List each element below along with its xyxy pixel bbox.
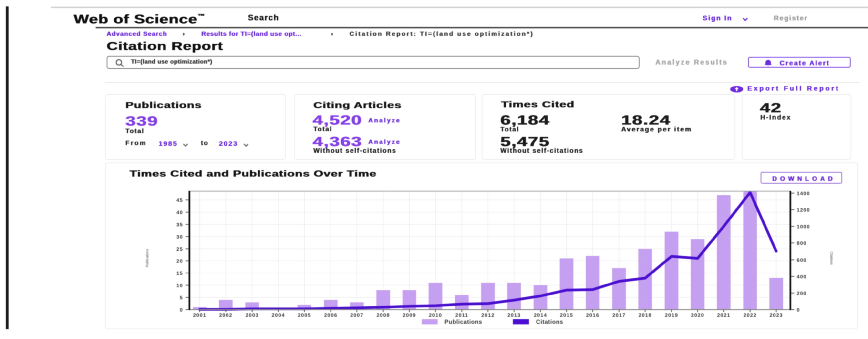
svg-text:2022: 2022 [744, 312, 757, 318]
svg-text:1000: 1000 [797, 224, 810, 229]
svg-text:2002: 2002 [219, 312, 232, 318]
svg-text:10: 10 [177, 283, 183, 288]
svg-text:2007: 2007 [350, 312, 364, 318]
svg-text:400: 400 [797, 274, 807, 279]
svg-text:2020: 2020 [691, 312, 705, 318]
svg-text:2008: 2008 [377, 312, 390, 318]
svg-text:Citations: Citations [536, 318, 563, 325]
svg-text:45: 45 [177, 197, 183, 203]
svg-text:40: 40 [177, 209, 183, 215]
svg-text:1200: 1200 [797, 207, 810, 213]
svg-text:5: 5 [180, 295, 183, 301]
svg-text:800: 800 [797, 240, 807, 246]
svg-text:2023: 2023 [770, 312, 783, 318]
svg-text:30: 30 [177, 234, 183, 239]
svg-text:Citations: Citations [830, 252, 834, 265]
svg-text:2004: 2004 [272, 312, 285, 318]
svg-text:2010: 2010 [429, 312, 442, 318]
svg-text:35: 35 [177, 222, 183, 227]
svg-text:200: 200 [797, 290, 807, 296]
svg-text:15: 15 [177, 270, 183, 276]
svg-text:2021: 2021 [717, 312, 731, 318]
svg-text:2013: 2013 [507, 312, 521, 318]
svg-text:Publications: Publications [444, 318, 482, 325]
svg-text:Publications: Publications [145, 249, 149, 267]
svg-text:0: 0 [797, 307, 800, 313]
svg-text:2011: 2011 [455, 312, 468, 318]
svg-text:2012: 2012 [482, 312, 495, 318]
svg-text:2015: 2015 [560, 312, 574, 318]
svg-text:2009: 2009 [403, 312, 416, 318]
svg-text:20: 20 [177, 258, 183, 264]
svg-text:2018: 2018 [639, 312, 652, 318]
svg-text:2001: 2001 [193, 312, 207, 318]
svg-text:600: 600 [797, 257, 807, 263]
svg-text:0: 0 [180, 307, 183, 313]
svg-text:2019: 2019 [665, 312, 678, 318]
svg-text:2014: 2014 [534, 312, 547, 318]
svg-text:2016: 2016 [586, 312, 599, 318]
svg-text:2003: 2003 [246, 312, 259, 318]
svg-text:1400: 1400 [797, 190, 810, 196]
svg-text:2005: 2005 [298, 312, 311, 318]
svg-text:2017: 2017 [613, 312, 626, 318]
svg-text:2006: 2006 [324, 312, 338, 318]
svg-text:25: 25 [177, 246, 183, 252]
